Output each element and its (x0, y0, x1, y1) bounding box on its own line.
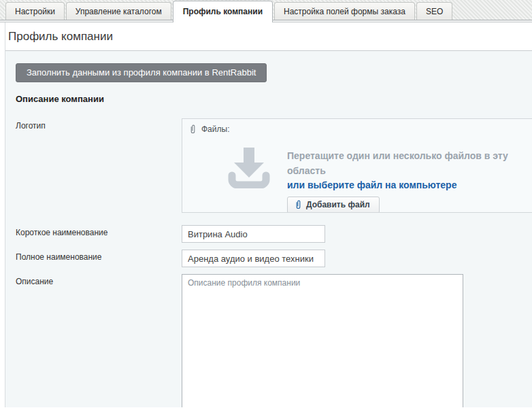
description-label: Описание (5, 274, 182, 286)
form-row-description: Описание (5, 274, 532, 407)
files-label: Файлы: (201, 124, 229, 134)
short-name-input[interactable] (182, 225, 325, 243)
tab-settings[interactable]: Настройки (5, 2, 65, 20)
section-heading-company-description: Описание компании (16, 94, 532, 104)
paperclip-icon (189, 124, 197, 134)
form-row-short-name: Короткое наименование (5, 225, 532, 243)
title-strip: Профиль компании (5, 22, 532, 51)
page-title: Профиль компании (8, 30, 525, 44)
tab-seo[interactable]: SEO (416, 2, 452, 20)
dropzone[interactable]: Перетащите один или несколько файлов в э… (225, 145, 532, 213)
add-file-button-label: Добавить файл (306, 200, 370, 209)
content-area: Заполнить данными из профиля компании в … (5, 51, 532, 407)
description-textarea[interactable] (182, 274, 463, 407)
form-row-full-name: Полное наименование (5, 250, 532, 267)
drop-hint-text: Перетащите один или несколько файлов в э… (287, 149, 532, 178)
full-name-label: Полное наименование (5, 250, 182, 262)
tab-bar: Настройки Управление каталогом Профиль к… (0, 0, 532, 20)
download-arrow-icon (225, 145, 273, 188)
short-name-label: Короткое наименование (5, 225, 182, 237)
fill-from-rentrabbit-button[interactable]: Заполнить данными из профиля компании в … (16, 63, 267, 82)
logo-label: Логотип (5, 118, 182, 131)
form-row-logo: Логотип Файлы: (5, 118, 532, 213)
paperclip-icon (295, 200, 302, 209)
tab-order-form-fields[interactable]: Настройка полей формы заказа (274, 2, 415, 20)
tab-company-profile[interactable]: Профиль компании (173, 1, 273, 22)
files-header: Файлы: (189, 124, 532, 134)
file-upload-widget: Файлы: Перетащите один или несколько фай… (182, 118, 532, 213)
choose-file-link[interactable]: или выберите файл на компьютере (287, 178, 456, 192)
add-file-button[interactable]: Добавить файл (287, 197, 380, 213)
company-profile-form: Логотип Файлы: (5, 118, 532, 407)
tab-catalog-management[interactable]: Управление каталогом (66, 2, 171, 20)
full-name-input[interactable] (182, 250, 325, 267)
main-panel: Профиль компании Заполнить данными из пр… (5, 22, 532, 407)
